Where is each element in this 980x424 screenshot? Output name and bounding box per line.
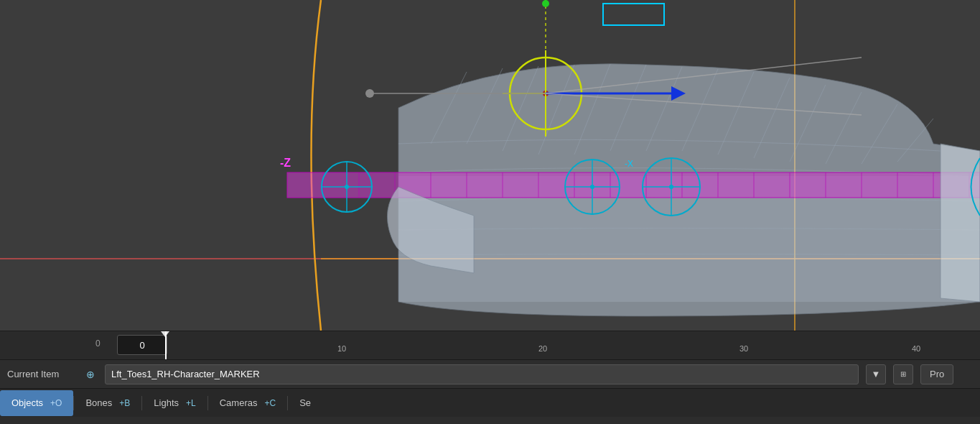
- filter-lights-button[interactable]: Lights +L: [142, 390, 207, 416]
- ruler-mark-10: 10: [337, 344, 346, 353]
- ruler-ticks: 10 20 30 40: [115, 331, 980, 359]
- frame-label: 0: [95, 338, 101, 349]
- filter-bones-button[interactable]: Bones +B: [74, 390, 141, 416]
- marker-name-input[interactable]: [105, 364, 859, 384]
- bottom-bar: Current Item ⊕ ▼ ⊞ Pro Objects +O Bones …: [0, 359, 980, 424]
- chevron-down-icon: ▼: [872, 369, 881, 379]
- filter-row: Objects +O Bones +B Lights +L Cameras +C…: [0, 388, 980, 417]
- filter-objects-button[interactable]: Objects +O: [0, 390, 73, 416]
- timeline-ruler[interactable]: 0 0 10 20 30 40: [0, 331, 980, 359]
- marker-icon: ⊕: [86, 369, 95, 380]
- ruler-mark-40: 40: [912, 344, 920, 353]
- lights-shortcut: +L: [186, 398, 196, 408]
- svg-text:-Z: -Z: [280, 157, 291, 169]
- grid-button[interactable]: ⊞: [893, 364, 913, 384]
- pro-button[interactable]: Pro: [920, 364, 953, 384]
- filter-se-button[interactable]: Se: [288, 390, 322, 416]
- objects-shortcut: +O: [50, 398, 62, 408]
- svg-rect-21: [287, 172, 980, 198]
- grid-icon: ⊞: [900, 370, 906, 378]
- current-item-label: Current Item: [7, 369, 79, 379]
- svg-text:-X: -X: [625, 159, 633, 169]
- ruler-mark-20: 20: [538, 344, 547, 353]
- current-item-row: Current Item ⊕ ▼ ⊞ Pro: [0, 359, 980, 388]
- bones-shortcut: +B: [119, 398, 130, 408]
- svg-point-63: [365, 89, 374, 98]
- filter-cameras-button[interactable]: Cameras +C: [208, 390, 287, 416]
- dropdown-arrow-button[interactable]: ▼: [866, 364, 886, 384]
- viewport-3d[interactable]: -Z -X: [0, 0, 980, 331]
- ruler-mark-30: 30: [739, 344, 748, 353]
- svg-point-5: [542, 0, 549, 7]
- cameras-shortcut: +C: [264, 398, 276, 408]
